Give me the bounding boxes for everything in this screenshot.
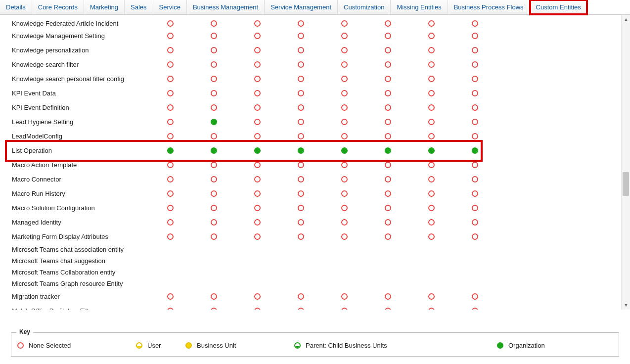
privilege-cell[interactable] [453,219,496,226]
privilege-cell[interactable] [322,205,366,211]
privilege-cell[interactable] [322,61,366,68]
privilege-cell[interactable] [148,133,192,139]
privilege-cell[interactable] [366,205,409,211]
privilege-cell[interactable] [322,162,366,168]
privilege-cell[interactable] [192,104,235,111]
privilege-cell[interactable] [322,90,366,96]
privilege-cell[interactable] [235,219,279,226]
privilege-cell[interactable] [366,219,409,226]
entity-label[interactable]: KPI Event Definition [0,104,148,111]
tab-core-records[interactable]: Core Records [32,0,84,14]
privilege-cell[interactable] [148,205,192,211]
privilege-cell[interactable] [409,90,453,96]
privilege-cell[interactable] [366,104,409,111]
privilege-cell[interactable] [235,293,279,300]
entity-label[interactable]: Knowledge search filter [0,61,148,68]
privilege-cell[interactable] [279,205,322,211]
privilege-cell[interactable] [235,61,279,68]
privilege-cell[interactable] [453,205,496,211]
entity-label[interactable]: List Operation [0,147,148,154]
privilege-cell[interactable] [366,133,409,139]
privilege-cell[interactable] [148,33,192,39]
privilege-cell[interactable] [322,293,366,300]
privilege-cell[interactable] [322,233,366,240]
privilege-cell[interactable] [235,147,279,154]
entity-label[interactable]: Macro Action Template [0,161,148,169]
privilege-cell[interactable] [279,47,322,53]
privilege-cell[interactable] [279,293,322,300]
privilege-cell[interactable] [235,119,279,125]
privilege-cell[interactable] [453,61,496,68]
privilege-cell[interactable] [148,162,192,168]
privilege-cell[interactable] [192,176,235,182]
tab-missing-entities[interactable]: Missing Entities [391,0,448,14]
privilege-cell[interactable] [279,147,322,154]
privilege-cell[interactable] [279,90,322,96]
privilege-cell[interactable] [366,233,409,240]
privilege-cell[interactable] [453,90,496,96]
privilege-cell[interactable] [235,176,279,182]
privilege-cell[interactable] [322,104,366,111]
privilege-cell[interactable] [453,133,496,139]
tab-service[interactable]: Service [153,0,187,14]
privilege-cell[interactable] [453,20,496,27]
privilege-cell[interactable] [279,176,322,182]
privilege-cell[interactable] [366,90,409,96]
privilege-cell[interactable] [366,147,409,154]
scroll-thumb[interactable] [623,172,629,196]
privilege-cell[interactable] [192,61,235,68]
privilege-cell[interactable] [148,76,192,82]
privilege-cell[interactable] [279,20,322,27]
scroll-track[interactable] [622,24,630,301]
privilege-cell[interactable] [453,104,496,111]
entity-label[interactable]: MobileOfflineProfileItemFilter [0,307,148,310]
privilege-cell[interactable] [279,61,322,68]
privilege-cell[interactable] [148,104,192,111]
entity-label[interactable]: Migration tracker [0,293,148,300]
privilege-cell[interactable] [279,233,322,240]
scroll-down-arrow[interactable]: ▼ [622,301,630,310]
privilege-cell[interactable] [409,119,453,125]
privilege-cell[interactable] [279,219,322,226]
privilege-cell[interactable] [279,162,322,168]
privilege-cell[interactable] [409,293,453,300]
privilege-cell[interactable] [322,147,366,154]
privilege-cell[interactable] [235,76,279,82]
privilege-cell[interactable] [192,90,235,96]
privilege-cell[interactable] [235,308,279,310]
privilege-cell[interactable] [148,20,192,27]
privilege-cell[interactable] [409,219,453,226]
privilege-cell[interactable] [279,104,322,111]
tab-details[interactable]: Details [0,0,32,14]
entity-label[interactable]: Microsoft Teams Graph resource Entity [0,280,148,287]
entity-label[interactable]: Knowledge personalization [0,46,148,54]
privilege-cell[interactable] [192,190,235,197]
entity-label[interactable]: Knowledge search personal filter config [0,75,148,83]
privilege-cell[interactable] [409,133,453,139]
privilege-cell[interactable] [192,233,235,240]
privilege-cell[interactable] [409,61,453,68]
privilege-cell[interactable] [453,190,496,197]
privilege-cell[interactable] [148,233,192,240]
privilege-cell[interactable] [409,162,453,168]
privilege-cell[interactable] [409,205,453,211]
privilege-cell[interactable] [235,162,279,168]
privilege-cell[interactable] [453,33,496,39]
privilege-cell[interactable] [235,104,279,111]
tab-business-process-flows[interactable]: Business Process Flows [448,0,530,14]
entity-label[interactable]: Managed Identity [0,219,148,226]
privilege-cell[interactable] [409,47,453,53]
privilege-cell[interactable] [235,90,279,96]
privilege-cell[interactable] [148,219,192,226]
privilege-cell[interactable] [148,147,192,154]
privilege-cell[interactable] [235,190,279,197]
privilege-cell[interactable] [366,293,409,300]
privilege-cell[interactable] [366,61,409,68]
scroll-up-arrow[interactable]: ▲ [622,15,630,24]
privilege-cell[interactable] [409,147,453,154]
privilege-cell[interactable] [322,119,366,125]
vertical-scrollbar[interactable]: ▲ ▼ [621,15,630,310]
privilege-cell[interactable] [453,147,496,154]
privilege-cell[interactable] [279,119,322,125]
privilege-cell[interactable] [192,47,235,53]
